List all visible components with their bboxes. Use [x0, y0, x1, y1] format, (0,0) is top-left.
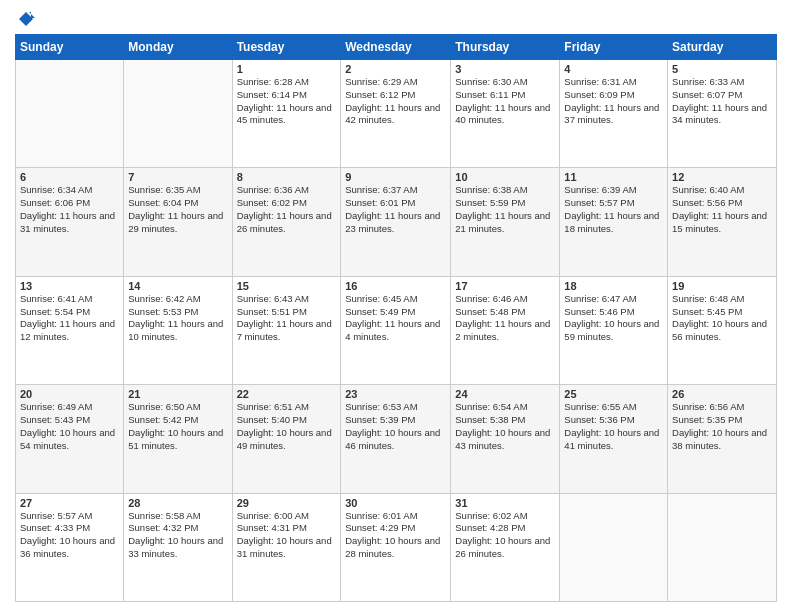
calendar-cell	[124, 60, 232, 168]
day-number: 10	[455, 171, 555, 183]
day-number: 22	[237, 388, 337, 400]
calendar-week-3: 20Sunrise: 6:49 AM Sunset: 5:43 PM Dayli…	[16, 385, 777, 493]
day-number: 14	[128, 280, 227, 292]
calendar-cell: 30Sunrise: 6:01 AM Sunset: 4:29 PM Dayli…	[341, 493, 451, 601]
calendar-cell: 16Sunrise: 6:45 AM Sunset: 5:49 PM Dayli…	[341, 276, 451, 384]
day-info: Sunrise: 6:56 AM Sunset: 5:35 PM Dayligh…	[672, 401, 772, 452]
calendar-cell: 13Sunrise: 6:41 AM Sunset: 5:54 PM Dayli…	[16, 276, 124, 384]
calendar-cell: 20Sunrise: 6:49 AM Sunset: 5:43 PM Dayli…	[16, 385, 124, 493]
day-info: Sunrise: 6:40 AM Sunset: 5:56 PM Dayligh…	[672, 184, 772, 235]
calendar-cell: 21Sunrise: 6:50 AM Sunset: 5:42 PM Dayli…	[124, 385, 232, 493]
calendar-cell: 10Sunrise: 6:38 AM Sunset: 5:59 PM Dayli…	[451, 168, 560, 276]
day-number: 7	[128, 171, 227, 183]
day-info: Sunrise: 6:29 AM Sunset: 6:12 PM Dayligh…	[345, 76, 446, 127]
day-header-monday: Monday	[124, 35, 232, 60]
calendar-cell: 4Sunrise: 6:31 AM Sunset: 6:09 PM Daylig…	[560, 60, 668, 168]
calendar-cell: 17Sunrise: 6:46 AM Sunset: 5:48 PM Dayli…	[451, 276, 560, 384]
day-info: Sunrise: 6:43 AM Sunset: 5:51 PM Dayligh…	[237, 293, 337, 344]
svg-marker-0	[19, 12, 33, 26]
calendar-cell: 12Sunrise: 6:40 AM Sunset: 5:56 PM Dayli…	[668, 168, 777, 276]
day-info: Sunrise: 6:50 AM Sunset: 5:42 PM Dayligh…	[128, 401, 227, 452]
day-header-friday: Friday	[560, 35, 668, 60]
calendar-cell: 31Sunrise: 6:02 AM Sunset: 4:28 PM Dayli…	[451, 493, 560, 601]
day-info: Sunrise: 6:53 AM Sunset: 5:39 PM Dayligh…	[345, 401, 446, 452]
calendar-cell: 5Sunrise: 6:33 AM Sunset: 6:07 PM Daylig…	[668, 60, 777, 168]
calendar-cell: 24Sunrise: 6:54 AM Sunset: 5:38 PM Dayli…	[451, 385, 560, 493]
day-info: Sunrise: 6:39 AM Sunset: 5:57 PM Dayligh…	[564, 184, 663, 235]
day-number: 4	[564, 63, 663, 75]
calendar-week-1: 6Sunrise: 6:34 AM Sunset: 6:06 PM Daylig…	[16, 168, 777, 276]
day-number: 13	[20, 280, 119, 292]
calendar: SundayMondayTuesdayWednesdayThursdayFrid…	[15, 34, 777, 602]
day-number: 31	[455, 497, 555, 509]
calendar-cell	[560, 493, 668, 601]
calendar-cell: 19Sunrise: 6:48 AM Sunset: 5:45 PM Dayli…	[668, 276, 777, 384]
day-number: 20	[20, 388, 119, 400]
day-number: 12	[672, 171, 772, 183]
day-number: 26	[672, 388, 772, 400]
day-info: Sunrise: 6:33 AM Sunset: 6:07 PM Dayligh…	[672, 76, 772, 127]
day-info: Sunrise: 6:49 AM Sunset: 5:43 PM Dayligh…	[20, 401, 119, 452]
day-number: 8	[237, 171, 337, 183]
day-number: 18	[564, 280, 663, 292]
calendar-header-row: SundayMondayTuesdayWednesdayThursdayFrid…	[16, 35, 777, 60]
day-info: Sunrise: 6:47 AM Sunset: 5:46 PM Dayligh…	[564, 293, 663, 344]
day-header-wednesday: Wednesday	[341, 35, 451, 60]
day-info: Sunrise: 6:46 AM Sunset: 5:48 PM Dayligh…	[455, 293, 555, 344]
day-number: 15	[237, 280, 337, 292]
day-header-tuesday: Tuesday	[232, 35, 341, 60]
calendar-cell: 9Sunrise: 6:37 AM Sunset: 6:01 PM Daylig…	[341, 168, 451, 276]
day-number: 28	[128, 497, 227, 509]
calendar-cell: 1Sunrise: 6:28 AM Sunset: 6:14 PM Daylig…	[232, 60, 341, 168]
calendar-cell: 8Sunrise: 6:36 AM Sunset: 6:02 PM Daylig…	[232, 168, 341, 276]
calendar-cell	[668, 493, 777, 601]
day-info: Sunrise: 6:41 AM Sunset: 5:54 PM Dayligh…	[20, 293, 119, 344]
calendar-cell: 22Sunrise: 6:51 AM Sunset: 5:40 PM Dayli…	[232, 385, 341, 493]
day-number: 30	[345, 497, 446, 509]
day-info: Sunrise: 6:30 AM Sunset: 6:11 PM Dayligh…	[455, 76, 555, 127]
day-info: Sunrise: 6:55 AM Sunset: 5:36 PM Dayligh…	[564, 401, 663, 452]
day-number: 29	[237, 497, 337, 509]
calendar-cell: 14Sunrise: 6:42 AM Sunset: 5:53 PM Dayli…	[124, 276, 232, 384]
calendar-cell: 26Sunrise: 6:56 AM Sunset: 5:35 PM Dayli…	[668, 385, 777, 493]
day-number: 9	[345, 171, 446, 183]
day-info: Sunrise: 6:36 AM Sunset: 6:02 PM Dayligh…	[237, 184, 337, 235]
calendar-week-2: 13Sunrise: 6:41 AM Sunset: 5:54 PM Dayli…	[16, 276, 777, 384]
calendar-cell: 28Sunrise: 5:58 AM Sunset: 4:32 PM Dayli…	[124, 493, 232, 601]
calendar-cell: 3Sunrise: 6:30 AM Sunset: 6:11 PM Daylig…	[451, 60, 560, 168]
calendar-cell: 27Sunrise: 5:57 AM Sunset: 4:33 PM Dayli…	[16, 493, 124, 601]
day-number: 21	[128, 388, 227, 400]
day-number: 2	[345, 63, 446, 75]
day-number: 6	[20, 171, 119, 183]
day-number: 3	[455, 63, 555, 75]
calendar-week-4: 27Sunrise: 5:57 AM Sunset: 4:33 PM Dayli…	[16, 493, 777, 601]
calendar-cell: 11Sunrise: 6:39 AM Sunset: 5:57 PM Dayli…	[560, 168, 668, 276]
day-info: Sunrise: 6:48 AM Sunset: 5:45 PM Dayligh…	[672, 293, 772, 344]
logo	[15, 10, 35, 28]
day-number: 25	[564, 388, 663, 400]
day-number: 16	[345, 280, 446, 292]
day-info: Sunrise: 6:31 AM Sunset: 6:09 PM Dayligh…	[564, 76, 663, 127]
calendar-cell: 2Sunrise: 6:29 AM Sunset: 6:12 PM Daylig…	[341, 60, 451, 168]
day-header-saturday: Saturday	[668, 35, 777, 60]
day-number: 24	[455, 388, 555, 400]
day-info: Sunrise: 6:35 AM Sunset: 6:04 PM Dayligh…	[128, 184, 227, 235]
calendar-cell	[16, 60, 124, 168]
day-number: 17	[455, 280, 555, 292]
header	[15, 10, 777, 28]
calendar-week-0: 1Sunrise: 6:28 AM Sunset: 6:14 PM Daylig…	[16, 60, 777, 168]
logo-icon	[17, 10, 35, 28]
calendar-cell: 15Sunrise: 6:43 AM Sunset: 5:51 PM Dayli…	[232, 276, 341, 384]
day-number: 11	[564, 171, 663, 183]
day-number: 1	[237, 63, 337, 75]
day-info: Sunrise: 6:51 AM Sunset: 5:40 PM Dayligh…	[237, 401, 337, 452]
day-info: Sunrise: 5:57 AM Sunset: 4:33 PM Dayligh…	[20, 510, 119, 561]
day-info: Sunrise: 6:54 AM Sunset: 5:38 PM Dayligh…	[455, 401, 555, 452]
day-number: 27	[20, 497, 119, 509]
day-info: Sunrise: 6:38 AM Sunset: 5:59 PM Dayligh…	[455, 184, 555, 235]
day-header-sunday: Sunday	[16, 35, 124, 60]
day-number: 19	[672, 280, 772, 292]
day-header-thursday: Thursday	[451, 35, 560, 60]
day-info: Sunrise: 6:45 AM Sunset: 5:49 PM Dayligh…	[345, 293, 446, 344]
day-info: Sunrise: 6:00 AM Sunset: 4:31 PM Dayligh…	[237, 510, 337, 561]
